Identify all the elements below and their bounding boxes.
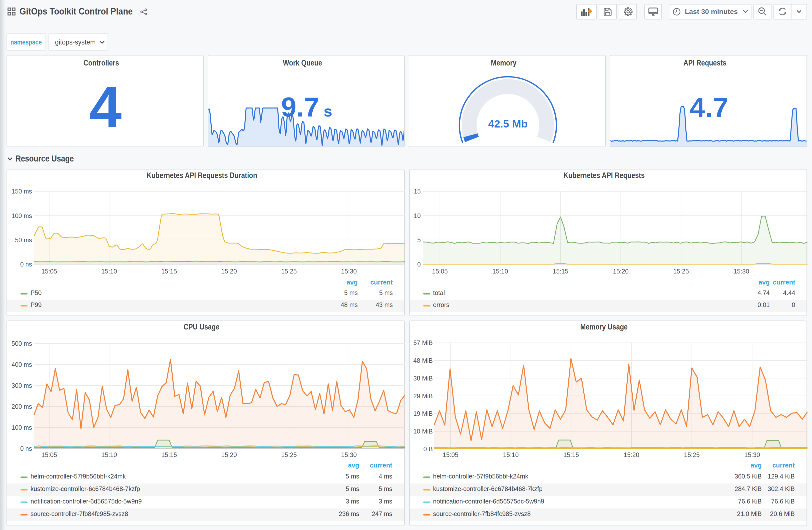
svg-text:15:05: 15:05	[42, 452, 57, 458]
svg-text:400 ms: 400 ms	[12, 361, 32, 368]
svg-text:15:10: 15:10	[492, 268, 508, 275]
svg-text:15:30: 15:30	[744, 452, 760, 458]
svg-text:15: 15	[414, 188, 421, 195]
svg-text:500 ms: 500 ms	[12, 340, 32, 347]
svg-text:15:20: 15:20	[623, 452, 639, 458]
svg-text:0: 0	[417, 261, 421, 268]
svg-text:9.7 s: 9.7 s	[281, 91, 332, 122]
svg-text:38 MiB: 38 MiB	[413, 375, 433, 382]
svg-text:29 MiB: 29 MiB	[413, 393, 433, 399]
svg-text:15:15: 15:15	[161, 452, 177, 458]
svg-text:42.5 Mb: 42.5 Mb	[488, 118, 528, 130]
svg-text:15:05: 15:05	[443, 452, 458, 458]
svg-text:15:10: 15:10	[503, 452, 519, 458]
svg-text:100 ms: 100 ms	[12, 424, 32, 431]
svg-text:0 B: 0 B	[423, 446, 433, 453]
svg-text:15:10: 15:10	[101, 268, 117, 275]
svg-text:15:20: 15:20	[221, 268, 237, 275]
svg-text:15:15: 15:15	[552, 268, 568, 275]
svg-text:15:25: 15:25	[281, 452, 297, 458]
svg-text:5: 5	[417, 236, 421, 244]
svg-text:15:15: 15:15	[563, 452, 579, 458]
svg-text:10: 10	[414, 212, 421, 219]
svg-text:15:05: 15:05	[432, 268, 448, 275]
svg-text:4.7: 4.7	[690, 92, 728, 123]
svg-text:150 ms: 150 ms	[12, 188, 32, 195]
svg-text:15:30: 15:30	[733, 268, 749, 275]
svg-text:15:15: 15:15	[161, 268, 177, 275]
svg-text:57 MiB: 57 MiB	[413, 339, 433, 347]
svg-text:50 ms: 50 ms	[15, 236, 32, 244]
svg-text:15:20: 15:20	[221, 452, 237, 458]
svg-text:0 ns: 0 ns	[20, 445, 32, 452]
svg-text:15:25: 15:25	[673, 268, 689, 275]
svg-text:15:30: 15:30	[341, 452, 357, 458]
svg-text:200 ms: 200 ms	[12, 403, 32, 410]
svg-text:0 ns: 0 ns	[20, 261, 32, 268]
svg-text:15:25: 15:25	[684, 452, 699, 458]
svg-text:15:10: 15:10	[101, 452, 117, 458]
svg-text:48 MiB: 48 MiB	[413, 357, 433, 364]
svg-text:100 ms: 100 ms	[12, 212, 32, 219]
svg-text:300 ms: 300 ms	[12, 382, 32, 389]
svg-text:15:30: 15:30	[341, 268, 357, 275]
svg-text:10 MiB: 10 MiB	[413, 428, 433, 435]
svg-text:15:05: 15:05	[42, 268, 57, 275]
svg-text:15:25: 15:25	[281, 268, 297, 275]
svg-text:15:20: 15:20	[613, 268, 628, 275]
svg-text:19 MiB: 19 MiB	[413, 410, 433, 417]
svg-text:4: 4	[89, 75, 121, 139]
